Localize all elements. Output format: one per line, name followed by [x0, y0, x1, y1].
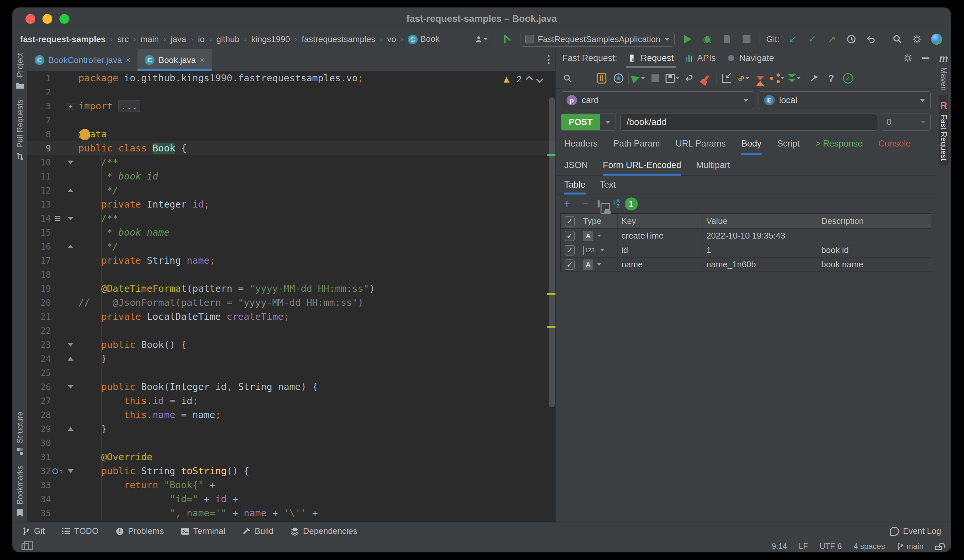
request-tab-path-param[interactable]: Path Param	[613, 133, 660, 155]
code-line[interactable]: 18	[28, 268, 555, 282]
value-cell[interactable]: 1	[702, 243, 817, 257]
code-line[interactable]: 33 return "Book{" +	[28, 478, 555, 492]
sidebar-item-fast-request[interactable]: R Fast Request	[939, 95, 948, 166]
tool-window-button-terminal[interactable]: Terminal	[181, 526, 225, 536]
type-dropdown-arrow[interactable]	[597, 263, 601, 266]
close-window-button[interactable]	[26, 14, 35, 24]
previous-warning-icon[interactable]	[526, 76, 533, 83]
fold-expand-icon[interactable]: +	[67, 103, 74, 110]
line-marker-icon[interactable]	[55, 216, 60, 221]
table-row[interactable]: ✓123id1book id	[561, 243, 931, 258]
sidebar-item-maven[interactable]: m Maven	[939, 48, 948, 95]
line-separator[interactable]: LF	[799, 542, 808, 551]
checkbox-checked[interactable]: ✓	[565, 245, 575, 255]
tool-window-button-git[interactable]: Git	[22, 526, 45, 536]
scroll-mark-warning-1[interactable]	[547, 293, 555, 295]
environment-config-icon[interactable]	[594, 71, 609, 86]
url-input[interactable]: /book/add	[620, 114, 877, 130]
rerun-arrow-icon[interactable]	[501, 32, 514, 46]
stop-button[interactable]	[740, 32, 753, 46]
fold-open-icon[interactable]	[68, 217, 73, 220]
code-line[interactable]: 11 * book id	[28, 169, 555, 183]
tool-window-button-build[interactable]: Build	[242, 526, 274, 536]
event-log-button[interactable]: Event Log	[890, 526, 941, 536]
code-line[interactable]: 13 private Integer id;	[28, 198, 555, 211]
help-icon[interactable]: ?	[824, 71, 838, 86]
timeout-icon[interactable]	[753, 71, 767, 86]
tab-options-icon[interactable]	[548, 55, 550, 64]
request-tab-url-params[interactable]: URL Params	[676, 133, 726, 155]
local-history-icon[interactable]	[845, 32, 858, 46]
description-cell[interactable]	[817, 229, 931, 243]
breadcrumb-item[interactable]: java	[171, 34, 186, 44]
table-row[interactable]: ✓AcreateTime2022-10-10 19:35:43	[561, 229, 931, 243]
git-branch-widget[interactable]: main	[897, 542, 923, 551]
add-row-icon[interactable]: +	[561, 198, 573, 210]
tools-wrench-icon[interactable]	[807, 71, 821, 86]
request-tab-script[interactable]: Script	[777, 133, 800, 155]
next-warning-icon[interactable]	[536, 76, 544, 83]
type-cell[interactable]: A	[579, 229, 617, 243]
code-line[interactable]: 16 */	[28, 240, 555, 253]
run-configuration-select[interactable]: FastRequestSamplesApplication	[521, 32, 675, 47]
code-line[interactable]: 12 */	[28, 183, 555, 198]
description-cell[interactable]: book name	[817, 258, 931, 271]
copy-link-icon[interactable]: ∞	[736, 71, 751, 86]
close-icon[interactable]: ×	[126, 55, 130, 65]
table-row[interactable]: ✓Anamename_1n60bbook name	[561, 258, 931, 272]
key-cell[interactable]: createTime	[617, 229, 702, 243]
breadcrumb-item[interactable]: fast-request-samples	[20, 34, 106, 44]
fold-marker[interactable]	[65, 352, 77, 366]
code-line[interactable]: 29 }	[28, 422, 555, 436]
request-tab-headers[interactable]: Headers	[564, 133, 598, 155]
code-line[interactable]: 23 public Book() {	[28, 338, 555, 352]
tab-request[interactable]: Request	[628, 48, 674, 68]
breadcrumb-item[interactable]: github	[217, 34, 240, 44]
type-dropdown-arrow[interactable]	[597, 235, 601, 237]
request-tab-body[interactable]: Body	[741, 133, 762, 155]
body-tab-form-url-encoded[interactable]: Form URL-Encoded	[603, 155, 681, 175]
fold-close-icon[interactable]	[68, 427, 73, 431]
fold-close-icon[interactable]	[68, 245, 73, 248]
type-cell[interactable]: A	[579, 258, 617, 271]
checkbox-checked[interactable]: ✓	[565, 231, 575, 241]
row-checkbox-cell[interactable]: ✓	[561, 243, 579, 257]
fold-open-icon[interactable]	[68, 343, 73, 347]
value-cell[interactable]: name_1n60b	[702, 258, 817, 271]
fold-marker[interactable]	[65, 183, 77, 198]
project-dropdown[interactable]: p card	[561, 91, 754, 109]
gradle-sphere-icon[interactable]	[930, 32, 943, 46]
code-line[interactable]: 8@Data	[28, 127, 555, 141]
type-dropdown-arrow[interactable]	[600, 249, 604, 251]
code-line[interactable]: 21 private LocalDateTime createTime;	[28, 310, 555, 324]
layers-icon[interactable]	[787, 71, 801, 86]
breadcrumb[interactable]: fast-request-samples›src›main›java›io›gi…	[20, 34, 440, 45]
coverage-button[interactable]	[720, 32, 733, 46]
panel-settings-gear-icon[interactable]	[901, 52, 914, 65]
fold-marker[interactable]	[65, 422, 77, 436]
breadcrumb-item[interactable]: main	[140, 34, 159, 44]
code-line[interactable]: 10 /**	[28, 155, 555, 169]
code-line[interactable]: 7	[28, 113, 555, 127]
breadcrumb-item[interactable]: io	[198, 34, 204, 44]
fold-marker[interactable]	[65, 464, 77, 478]
sort-az-icon[interactable]: ↓AZ	[612, 199, 620, 209]
editor-scrollbar[interactable]	[549, 97, 555, 407]
connection-count-dropdown[interactable]: 0	[882, 114, 931, 130]
settings-gear-icon[interactable]	[910, 32, 923, 46]
code-editor[interactable]: 1package io.github.kings1990.fastrequest…	[28, 71, 555, 522]
code-line[interactable]: 25	[28, 366, 555, 380]
account-icon[interactable]	[474, 32, 488, 46]
stop-request-icon[interactable]	[648, 71, 663, 86]
share-api-icon[interactable]	[770, 71, 784, 86]
rollback-icon[interactable]	[865, 32, 878, 46]
git-push-icon[interactable]: ↗	[825, 32, 838, 46]
description-cell[interactable]: book id	[817, 243, 931, 257]
minimize-window-button[interactable]	[42, 14, 52, 24]
inspection-widget[interactable]: ▲ 2	[502, 74, 542, 85]
type-cell[interactable]: 123	[579, 243, 617, 257]
fold-open-icon[interactable]	[68, 385, 73, 389]
scroll-mark-green[interactable]	[547, 154, 555, 156]
code-line[interactable]: 2	[28, 85, 555, 99]
request-tab---response[interactable]: > Response	[816, 133, 863, 155]
